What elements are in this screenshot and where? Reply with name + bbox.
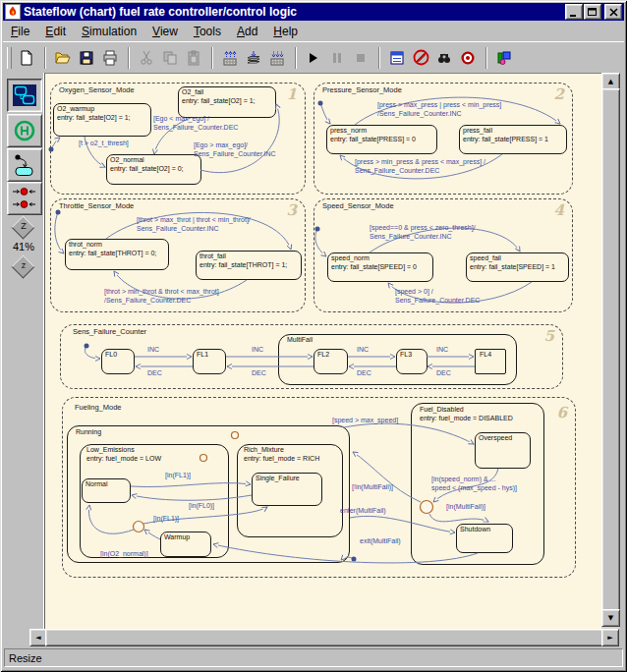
state-press-norm[interactable]: press_norm entry: fail_state[PRESS] = 0 [326,125,437,154]
region-order-number: 5 [544,327,554,345]
toolbar-separator [295,47,296,69]
zoom-out-glyph: z [7,260,40,270]
transition-label-dec[interactable]: DEC [357,368,371,377]
menu-view[interactable]: View [144,23,186,40]
transition-label[interactable]: [press > min_press & press < max_press] … [355,157,485,175]
transition-label[interactable]: [speed > 0] / Sens_Failure_Counter.DEC [395,287,480,305]
state-o2-warmup[interactable]: O2_warmup entry: fail_state[O2] = 1; [53,103,151,137]
history-junction-tool-button[interactable] [7,114,42,147]
zoom-out-button[interactable]: z [7,257,40,279]
transition-label[interactable]: [in(FL1)] [153,514,179,523]
menu-edit[interactable]: Edit [37,23,74,40]
region-order-number: 2 [554,85,564,103]
state-warmup[interactable]: Warmup [160,532,211,557]
transition-label-dec[interactable]: DEC [147,368,162,377]
transition-label[interactable]: [in(MultiFail)] [446,502,485,511]
state-speed-norm[interactable]: speed_norm entry: fail_state[SPEED] = 0 [327,252,433,282]
disable-animation-icon[interactable] [410,47,431,69]
transition-label-dec[interactable]: DEC [436,368,451,377]
scroll-down-button[interactable]: ▼ [601,609,620,627]
start-simulation-icon[interactable] [303,47,324,69]
toolbar-separator [44,47,45,69]
toolbar [3,41,624,73]
connective-junction-tool-button[interactable] [7,182,42,215]
transition-label[interactable]: [in(O2_normal)] [100,549,148,558]
save-icon[interactable] [76,47,97,69]
vertical-scrollbar[interactable]: ▲ ▼ [601,73,620,629]
state-normal[interactable]: Normal [82,478,131,503]
maximize-button[interactable] [584,4,601,20]
state-fl2[interactable]: FL2 [314,349,348,374]
transition-label[interactable]: [throt > min_throt & throt < max_throt] … [104,287,219,305]
stateflow-flame-icon [5,4,21,20]
minimize-button[interactable] [565,4,583,20]
state-o2-normal[interactable]: O2_normal entry: fail_state[O2] = 0; [106,154,201,185]
explorer-icon[interactable] [386,47,408,69]
new-icon[interactable] [16,47,37,69]
explore-down-icon[interactable] [266,47,288,69]
state-tool-icon [13,84,36,106]
transition-label[interactable]: [!in(MultiFail)] [352,482,393,491]
transition-label[interactable]: enter(MultiFail) [340,506,386,515]
build-target-icon[interactable] [493,47,515,69]
horizontal-scrollbar[interactable]: ◄ ► [29,629,619,645]
state-overspeed[interactable]: Overspeed [475,432,531,469]
transition-label[interactable]: [Ego < max_ego] / Sens_Failure_Counter.D… [153,114,238,132]
transition-label-inc[interactable]: INC [147,345,159,354]
copy-icon[interactable] [159,47,181,69]
state-tool-button[interactable] [7,79,42,112]
transition-label[interactable]: [in(FL1)] [165,471,191,479]
state-fl1[interactable]: FL1 [193,349,226,374]
state-fl4[interactable]: FL4 [475,349,506,374]
chart-canvas[interactable]: Oxygen_Sensor_Mode 1 Pressure_Sensor_Mod… [44,73,602,630]
transition-label[interactable]: [t > o2_t_thresh] [79,139,129,147]
transition-label[interactable]: exit(MultiFail) [360,536,401,545]
default-transition-tool-button[interactable] [7,148,42,182]
cut-icon[interactable] [136,47,157,69]
transition-label[interactable]: [press > max_press | press < min_press] … [377,100,501,118]
breakpoints-icon[interactable] [457,47,479,69]
menu-simulation[interactable]: Simulation [74,23,144,40]
menu-bar: File Edit Simulation View Tools Add Help [3,22,624,40]
transition-label[interactable]: [in(FL0)] [189,501,214,510]
close-button[interactable] [604,4,622,20]
open-icon[interactable] [52,47,74,69]
state-single-failure[interactable]: Single_Failure [252,473,322,506]
transition-label-inc[interactable]: INC [357,345,369,354]
transition-label-dec[interactable]: DEC [252,368,266,377]
scroll-right-button[interactable]: ► [601,629,619,646]
vertical-scroll-thumb[interactable] [601,88,620,613]
horizontal-scroll-thumb[interactable] [45,629,603,646]
state-fl3[interactable]: FL3 [396,349,428,374]
pause-simulation-icon[interactable] [326,47,348,69]
menu-file[interactable]: File [3,23,37,40]
state-throt-fail[interactable]: throt_fail entry: fail_state[THROT] = 1; [196,251,302,280]
menu-tools[interactable]: Tools [186,23,229,40]
explore-up-icon[interactable] [219,47,241,69]
transition-label-inc[interactable]: INC [252,345,263,354]
default-transition-icon [12,153,37,177]
zoom-in-button[interactable]: Z [7,218,40,240]
subchart-stack-icon[interactable] [243,47,264,69]
transition-label[interactable]: [Ego > max_ego]/ Sens_Failure_Counter.IN… [194,140,276,158]
print-icon[interactable] [99,47,121,69]
find-icon[interactable] [433,47,455,69]
tool-palette: Z 41% z [3,73,45,629]
state-shutdown[interactable]: Shutdown [456,524,513,553]
transition-label[interactable]: [speed > max_speed] [332,416,398,424]
menu-help[interactable]: Help [265,23,306,40]
transition-label[interactable]: [speed==0 & press < zero_thresh]/ Sens_F… [370,223,476,241]
stop-simulation-icon[interactable] [350,47,371,69]
state-speed-fail[interactable]: speed_fail entry: fail_state[SPEED] = 1 [466,252,569,282]
toolbar-gripper[interactable] [7,47,12,69]
state-throt-norm[interactable]: throt_norm entry: fail_state[THROT] = 0; [65,239,169,270]
transition-label[interactable]: [in(speed_norm) & ... speed < (max_speed… [431,475,517,492]
title-bar[interactable]: Stateflow (chart) fuel rate controller/c… [3,3,624,21]
paste-icon[interactable] [183,47,204,69]
state-press-fail[interactable]: press_fail entry: fail_state[PRESS] = 1 [459,125,567,154]
state-fl0[interactable]: FL0 [101,349,135,374]
transition-label[interactable]: [throt > max_throt | throt < min_throt]/… [137,215,251,233]
menu-add[interactable]: Add [229,23,265,40]
transition-label-inc[interactable]: INC [436,345,448,354]
region-order-number: 6 [557,404,567,421]
